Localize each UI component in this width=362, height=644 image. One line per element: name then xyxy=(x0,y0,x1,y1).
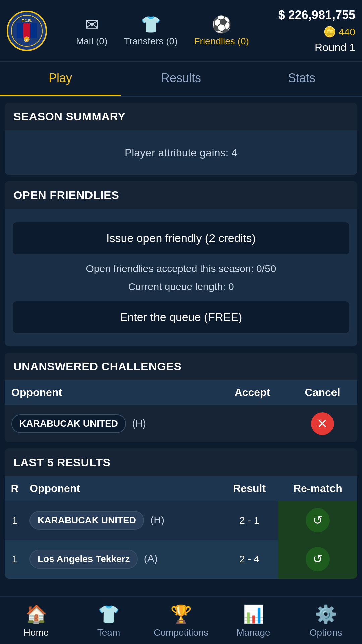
competitions-icon: 🏆 xyxy=(170,604,192,625)
last5-results-title: LAST 5 RESULTS xyxy=(5,448,357,476)
manage-label: Manage xyxy=(236,627,270,638)
col-opponent-header: Opponent xyxy=(5,380,217,405)
money-display: $ 226,981,755 xyxy=(278,6,355,24)
bottom-nav-home[interactable]: 🏠 Home xyxy=(0,597,72,644)
result-opponent: Los Angeles Tekkerz (A) xyxy=(25,540,221,579)
round-display: Round 1 xyxy=(278,39,355,55)
coin-icon: 🪙 xyxy=(323,26,336,37)
result-rematch-cell[interactable]: ↺ xyxy=(278,540,357,579)
main-content: SEASON SUMMARY Player attribute gains: 4… xyxy=(0,103,362,644)
bottom-nav-manage[interactable]: 📊 Manage xyxy=(217,597,290,644)
tab-play[interactable]: Play xyxy=(0,62,121,96)
header-right: $ 226,981,755 🪙 440 Round 1 xyxy=(278,6,355,55)
col-rematch-header: Re-match xyxy=(278,476,357,501)
challenge-row: KARABUCAK UNITED (H) ✕ xyxy=(5,405,357,442)
queue-length-text: Current queue length: 0 xyxy=(13,278,349,296)
last5-results-body: R Opponent Result Re-match 1 KARABUCAK U… xyxy=(5,476,357,579)
cancel-challenge-button[interactable]: ✕ xyxy=(311,412,334,435)
friendlies-icon: ⚽ xyxy=(212,15,232,34)
opponent-badge: KARABUCAK UNITED xyxy=(11,414,126,433)
challenge-opponent: KARABUCAK UNITED (H) xyxy=(5,405,217,442)
accepted-text: Open friendlies accepted this season: 0/… xyxy=(13,260,349,278)
location-tag: (H) xyxy=(132,418,146,429)
mail-nav[interactable]: ✉ Mail (0) xyxy=(76,15,107,47)
home-icon: 🏠 xyxy=(25,604,47,625)
issue-friendly-button[interactable]: Issue open friendly (2 credits) xyxy=(13,222,349,254)
bottom-nav-team[interactable]: 👕 Team xyxy=(72,597,145,644)
challenge-cancel[interactable]: ✕ xyxy=(288,405,357,442)
open-friendlies-body: Issue open friendly (2 credits) Open fri… xyxy=(5,209,357,346)
result-round: 1 xyxy=(5,540,25,579)
attribute-gains: Player attribute gains: 4 xyxy=(13,140,349,166)
unanswered-challenges-body: Opponent Accept Cancel KARABUCAK UNITED … xyxy=(5,380,357,442)
mail-label: Mail (0) xyxy=(76,36,107,47)
club-logo[interactable]: F.C.B. xyxy=(7,11,47,51)
manage-icon: 📊 xyxy=(243,604,264,625)
result-location: (A) xyxy=(144,553,158,564)
challenge-accept xyxy=(217,405,288,442)
friendlies-info: Open friendlies accepted this season: 0/… xyxy=(13,260,349,296)
team-icon: 👕 xyxy=(98,604,120,625)
svg-rect-3 xyxy=(17,23,23,38)
coins-display: 🪙 440 xyxy=(278,24,355,39)
tab-stats[interactable]: Stats xyxy=(241,62,362,96)
result-opponent: KARABUCAK UNITED (H) xyxy=(25,501,221,540)
col-result-header: Result xyxy=(221,476,278,501)
unanswered-challenges-section: UNANSWERED CHALLENGES Opponent Accept Ca… xyxy=(5,353,357,442)
bottom-nav-competitions[interactable]: 🏆 Competitions xyxy=(145,597,217,644)
open-friendlies-title: OPEN FRIENDLIES xyxy=(5,181,357,209)
season-summary-title: SEASON SUMMARY xyxy=(5,103,357,130)
bottom-nav: 🏠 Home 👕 Team 🏆 Competitions 📊 Manage ⚙️… xyxy=(0,596,362,644)
result-row: 1 Los Angeles Tekkerz (A) 2 - 4 ↺ xyxy=(5,540,357,579)
result-opponent-badge: KARABUCAK UNITED xyxy=(29,511,144,530)
unanswered-challenges-title: UNANSWERED CHALLENGES xyxy=(5,353,357,380)
svg-text:F.C.B.: F.C.B. xyxy=(22,19,32,23)
mail-icon: ✉ xyxy=(85,15,99,34)
header: F.C.B. ✉ Mail (0) 👕 Transfers (0) ⚽ Frie… xyxy=(0,0,362,62)
open-friendlies-section: OPEN FRIENDLIES Issue open friendly (2 c… xyxy=(5,181,357,346)
enter-queue-button[interactable]: Enter the queue (FREE) xyxy=(13,301,349,333)
rematch-button[interactable]: ↺ xyxy=(306,547,330,571)
season-summary-section: SEASON SUMMARY Player attribute gains: 4 xyxy=(5,103,357,175)
main-tabs: Play Results Stats xyxy=(0,62,362,97)
coins-value: 440 xyxy=(339,26,355,37)
options-label: Options xyxy=(310,627,342,638)
last5-results-section: LAST 5 RESULTS R Opponent Result Re-matc… xyxy=(5,448,357,579)
transfers-icon: 👕 xyxy=(141,15,161,34)
options-icon: ⚙️ xyxy=(315,604,337,625)
friendlies-label: Friendlies (0) xyxy=(194,36,249,47)
result-score: 2 - 1 xyxy=(221,501,278,540)
header-nav: ✉ Mail (0) 👕 Transfers (0) ⚽ Friendlies … xyxy=(54,15,272,47)
friendlies-nav[interactable]: ⚽ Friendlies (0) xyxy=(194,15,249,47)
team-label: Team xyxy=(97,627,120,638)
result-opponent-badge: Los Angeles Tekkerz xyxy=(29,550,138,569)
results-table: R Opponent Result Re-match 1 KARABUCAK U… xyxy=(5,476,357,579)
competitions-label: Competitions xyxy=(154,627,208,638)
rematch-button[interactable]: ↺ xyxy=(306,508,330,532)
result-row: 1 KARABUCAK UNITED (H) 2 - 1 ↺ xyxy=(5,501,357,540)
challenges-table: Opponent Accept Cancel KARABUCAK UNITED … xyxy=(5,380,357,442)
result-rematch-cell[interactable]: ↺ xyxy=(278,501,357,540)
col-cancel-header: Cancel xyxy=(288,380,357,405)
result-score: 2 - 4 xyxy=(221,540,278,579)
season-summary-body: Player attribute gains: 4 xyxy=(5,130,357,175)
transfers-label: Transfers (0) xyxy=(124,36,177,47)
tab-results[interactable]: Results xyxy=(121,62,241,96)
col-r-header: R xyxy=(5,476,25,501)
home-label: Home xyxy=(24,627,49,638)
result-location: (H) xyxy=(150,514,164,525)
col-accept-header: Accept xyxy=(217,380,288,405)
svg-rect-4 xyxy=(30,23,37,38)
bottom-nav-options[interactable]: ⚙️ Options xyxy=(290,597,362,644)
col-opponent-results-header: Opponent xyxy=(25,476,221,501)
transfers-nav[interactable]: 👕 Transfers (0) xyxy=(124,15,177,47)
result-round: 1 xyxy=(5,501,25,540)
